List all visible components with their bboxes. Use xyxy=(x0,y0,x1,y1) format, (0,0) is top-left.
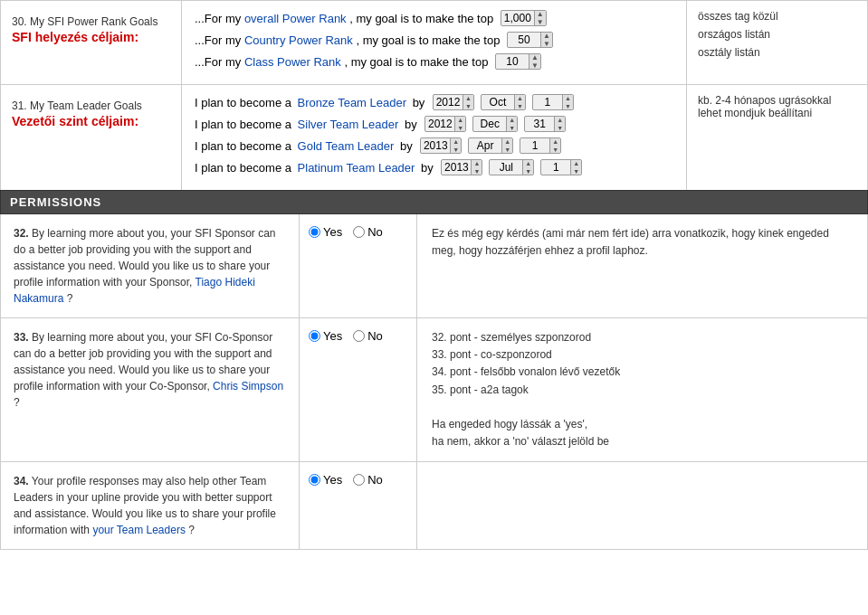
platinum-year-down[interactable]: ▼ xyxy=(472,167,482,175)
country-up-arrow[interactable]: ▲ xyxy=(541,32,552,40)
goal-row-class: ...For my Class Power Rank , my goal is … xyxy=(195,53,673,70)
bronze-year-down[interactable]: ▼ xyxy=(463,102,473,110)
bronze-month-down[interactable]: ▼ xyxy=(515,102,525,110)
platinum-month-input[interactable] xyxy=(490,159,522,175)
bronze-year-up[interactable]: ▲ xyxy=(463,94,473,102)
platinum-year-input[interactable] xyxy=(442,159,471,175)
gold-month-down[interactable]: ▼ xyxy=(502,146,512,154)
goal-row-overall-prefix: ...For my xyxy=(195,12,244,25)
overall-up-arrow[interactable]: ▲ xyxy=(535,10,546,18)
bronze-month-spinner[interactable]: ▲ ▼ xyxy=(481,94,526,110)
silver-year-spinner[interactable]: ▲ ▼ xyxy=(424,116,466,132)
silver-month-down[interactable]: ▼ xyxy=(507,124,517,132)
bronze-by: by xyxy=(409,96,428,109)
platinum-month-spinner[interactable]: ▲ ▼ xyxy=(489,159,534,175)
section-33-yes-label[interactable]: Yes xyxy=(309,329,342,343)
section-32: 32. By learning more about you, your SFI… xyxy=(0,214,868,317)
goal-row-class-mid: , my goal is to make the top xyxy=(341,55,491,69)
gold-year-down[interactable]: ▼ xyxy=(451,146,461,154)
platinum-day-down[interactable]: ▼ xyxy=(571,167,581,175)
class-power-rank-link[interactable]: Class Power Rank xyxy=(244,55,341,69)
platinum-tl-link[interactable]: Platinum Team Leader xyxy=(298,161,415,175)
bronze-tl-link[interactable]: Bronze Team Leader xyxy=(298,96,406,109)
section-33-no-label[interactable]: No xyxy=(353,329,383,343)
gold-tl-link[interactable]: Gold Team Leader xyxy=(298,139,395,153)
silver-year-input[interactable] xyxy=(425,116,454,132)
silver-day-input[interactable] xyxy=(525,116,554,132)
country-power-rank-link[interactable]: Country Power Rank xyxy=(244,33,353,47)
silver-year-down[interactable]: ▼ xyxy=(455,124,465,132)
section-33-yes-radio[interactable] xyxy=(309,330,320,342)
section-32-yes-text: Yes xyxy=(323,225,342,239)
platinum-year-spinner[interactable]: ▲ ▼ xyxy=(441,159,482,175)
country-down-arrow[interactable]: ▼ xyxy=(541,40,552,48)
country-spinner[interactable]: ▲ ▼ xyxy=(507,32,553,48)
goal-row-country: ...For my Country Power Rank , my goal i… xyxy=(195,32,673,48)
gold-month-input[interactable] xyxy=(469,137,501,154)
platinum-day-up[interactable]: ▲ xyxy=(571,159,581,167)
gold-day-spinner[interactable]: ▲ ▼ xyxy=(520,137,561,154)
overall-down-arrow[interactable]: ▼ xyxy=(535,18,546,26)
goal-row-class-prefix: ...For my xyxy=(195,55,244,69)
gold-month-up[interactable]: ▲ xyxy=(502,137,512,146)
silver-year-up[interactable]: ▲ xyxy=(455,116,465,124)
overall-spinner[interactable]: ▲ ▼ xyxy=(501,10,547,26)
silver-month-spinner[interactable]: ▲ ▼ xyxy=(472,116,518,132)
class-spinner[interactable]: ▲ ▼ xyxy=(495,53,541,70)
silver-month-up[interactable]: ▲ xyxy=(507,116,517,124)
bronze-day-up[interactable]: ▲ xyxy=(563,94,573,102)
section-33-note-item-1: 32. pont - személyes szponzorod xyxy=(432,329,853,346)
section-32-yes-label[interactable]: Yes xyxy=(309,225,342,239)
bronze-month-up[interactable]: ▲ xyxy=(515,94,525,102)
gold-year-input[interactable] xyxy=(421,137,450,154)
gold-year-up[interactable]: ▲ xyxy=(451,137,461,146)
silver-day-up[interactable]: ▲ xyxy=(555,116,565,124)
section-32-text: 32. By learning more about you, your SFI… xyxy=(1,214,300,317)
section-34-yes-label[interactable]: Yes xyxy=(309,473,342,487)
country-spinner-arrows: ▲ ▼ xyxy=(540,32,552,48)
gold-day-input[interactable] xyxy=(520,137,549,154)
platinum-month-down[interactable]: ▼ xyxy=(523,167,533,175)
silver-tl-link[interactable]: Silver Team Leader xyxy=(298,118,399,131)
class-spinner-input[interactable] xyxy=(496,53,529,70)
overall-power-rank-link[interactable]: overall Power Rank xyxy=(244,12,347,25)
country-spinner-input[interactable] xyxy=(508,32,540,48)
silver-month-input[interactable] xyxy=(473,116,506,132)
section-33-no-radio[interactable] xyxy=(353,330,365,342)
overall-spinner-input[interactable] xyxy=(501,10,534,26)
section-32-yes-radio[interactable] xyxy=(309,226,320,238)
silver-day-spinner[interactable]: ▲ ▼ xyxy=(524,116,566,132)
bronze-year-input[interactable] xyxy=(434,94,463,110)
platinum-day-input[interactable] xyxy=(541,159,570,175)
gold-day-down[interactable]: ▼ xyxy=(550,146,560,154)
section-33-radio: Yes No xyxy=(300,318,417,461)
bronze-day-down[interactable]: ▼ xyxy=(563,102,573,110)
platinum-day-spinner[interactable]: ▲ ▼ xyxy=(540,159,582,175)
section-32-no-radio[interactable] xyxy=(353,226,365,238)
sponsor-33-link[interactable]: Chris Simpson xyxy=(213,380,283,393)
gold-month-spinner[interactable]: ▲ ▼ xyxy=(468,137,513,154)
section-30-right: összes tag közül országos listán osztály… xyxy=(686,1,867,84)
class-up-arrow[interactable]: ▲ xyxy=(529,53,540,62)
section-31-number: 31. My Team Leader Goals xyxy=(12,99,170,112)
gold-day-up[interactable]: ▲ xyxy=(550,137,560,146)
platinum-day-arrows: ▲ ▼ xyxy=(570,159,581,175)
section-32-no-label[interactable]: No xyxy=(353,225,383,239)
bronze-year-spinner[interactable]: ▲ ▼ xyxy=(433,94,474,110)
platinum-year-up[interactable]: ▲ xyxy=(472,159,482,167)
bronze-day-spinner[interactable]: ▲ ▼ xyxy=(532,94,574,110)
goal-row-country-prefix: ...For my xyxy=(195,33,244,47)
bronze-day-arrows: ▲ ▼ xyxy=(562,94,573,110)
class-down-arrow[interactable]: ▼ xyxy=(529,62,540,70)
section-34-no-text: No xyxy=(367,473,383,487)
section-34-no-radio[interactable] xyxy=(353,474,365,486)
platinum-month-up[interactable]: ▲ xyxy=(523,159,533,167)
section-34-no-label[interactable]: No xyxy=(353,473,383,487)
tl-row-bronze: I plan to become a Bronze Team Leader by… xyxy=(195,94,673,110)
team-leaders-link[interactable]: your Team Leaders xyxy=(92,524,186,536)
gold-year-spinner[interactable]: ▲ ▼ xyxy=(420,137,462,154)
section-34-yes-radio[interactable] xyxy=(309,474,320,486)
silver-day-down[interactable]: ▼ xyxy=(555,124,565,132)
bronze-month-input[interactable] xyxy=(482,94,514,110)
bronze-day-input[interactable] xyxy=(533,94,562,110)
